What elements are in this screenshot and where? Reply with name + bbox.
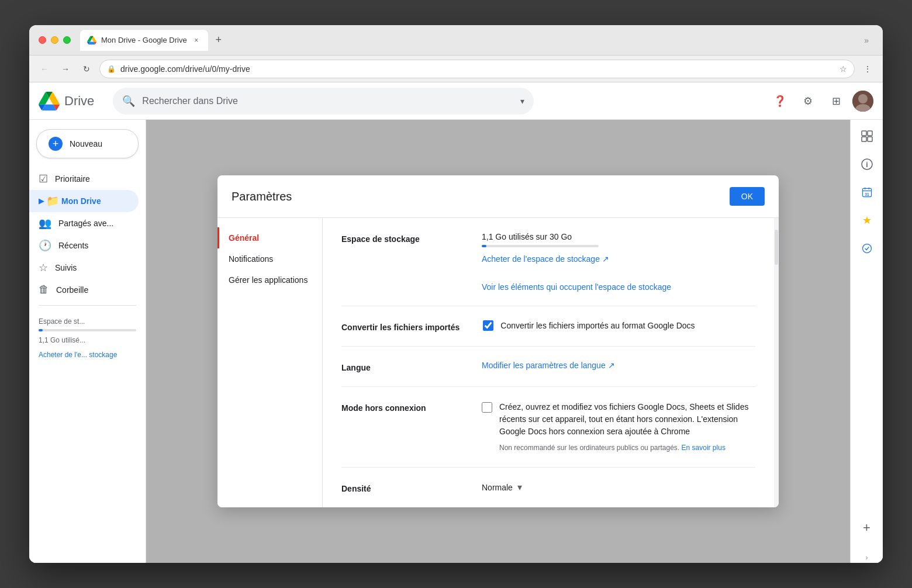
- offline-description: Créez, ouvrez et modifiez vos fichiers G…: [499, 401, 755, 438]
- storage-section: Espace de st... 1,1 Go utilisé... Achete…: [29, 310, 146, 366]
- svg-point-14: [862, 244, 871, 253]
- nav-bar: ← → ↻ 🔒 drive.google.com/drive/u/0/my-dr…: [29, 56, 883, 82]
- suivis-label: Suivis: [55, 263, 77, 272]
- refresh-button[interactable]: ↻: [78, 61, 95, 77]
- right-panel-calendar-icon[interactable]: 31: [855, 181, 879, 204]
- settings-nav-notifications[interactable]: Notifications: [217, 248, 322, 269]
- convert-section-value: Convertir les fichiers importés au forma…: [483, 320, 755, 331]
- mon-drive-icon: 📁: [46, 195, 59, 207]
- dialog-body: Général Notifications Gérer les applicat…: [217, 218, 779, 507]
- partages-label: Partagés ave...: [58, 219, 113, 228]
- sidebar-item-corbeille[interactable]: 🗑 Corbeille: [29, 279, 139, 300]
- recents-icon: 🕐: [39, 239, 51, 252]
- right-panel-star-icon[interactable]: ★: [855, 209, 879, 232]
- view-storage-link[interactable]: Voir les éléments qui occupent l'espace …: [482, 282, 671, 292]
- offline-checkbox-row: Créez, ouvrez et modifiez vos fichiers G…: [482, 401, 755, 453]
- density-section-label: Densité: [341, 482, 458, 493]
- right-panel-grid-icon[interactable]: [855, 124, 879, 148]
- scrollbar-thumb[interactable]: [775, 230, 778, 265]
- svg-rect-5: [862, 137, 866, 141]
- right-panel-info-icon[interactable]: i: [855, 153, 879, 176]
- language-settings-section: Langue Modifier les paramètres de langue…: [341, 347, 755, 387]
- buy-storage-link[interactable]: Acheter de l'espace de stockage ↗: [482, 254, 609, 264]
- storage-used: 1,1 Go utilisé...: [39, 336, 136, 344]
- browser-menu-button[interactable]: ⋮: [859, 61, 876, 77]
- bookmark-icon[interactable]: ☆: [840, 64, 847, 74]
- density-dropdown-icon[interactable]: ▾: [517, 482, 522, 493]
- minimize-button[interactable]: [51, 36, 58, 44]
- offline-note-text: Non recommandé sur les ordinateurs publi…: [499, 444, 679, 452]
- tab-bar: Mon Drive - Google Drive × +: [80, 30, 859, 51]
- forward-button[interactable]: →: [57, 61, 74, 77]
- settings-nav-applications[interactable]: Gérer les applications: [217, 269, 322, 290]
- convert-settings-section: Convertir les fichiers importés Converti…: [341, 306, 755, 347]
- prioritaire-icon: ☑: [39, 172, 48, 185]
- drive-logo-text: Drive: [64, 94, 94, 109]
- sidebar-item-prioritaire[interactable]: ☑ Prioritaire: [29, 168, 139, 190]
- search-bar[interactable]: 🔍 Rechercher dans Drive ▾: [113, 88, 534, 115]
- settings-button[interactable]: ⚙: [796, 89, 820, 113]
- extend-button: »: [864, 36, 869, 45]
- offline-settings-section: Mode hors connexion Créez, ouvrez et mod…: [341, 387, 755, 468]
- prioritaire-label: Prioritaire: [55, 174, 90, 184]
- settings-dialog: Paramètres OK Général Notifications Gére…: [217, 175, 779, 507]
- app-content: Drive 🔍 Rechercher dans Drive ▾ ❓ ⚙ ⊞: [29, 82, 883, 563]
- convert-checkbox[interactable]: [483, 320, 493, 331]
- right-panel: i 31 ★: [850, 120, 883, 563]
- storage-settings-section: Espace de stockage 1,1 Go utilisés sur 3…: [341, 218, 755, 306]
- new-tab-button[interactable]: +: [210, 32, 227, 49]
- address-bar[interactable]: 🔒 drive.google.com/drive/u/0/my-drive ☆: [99, 60, 855, 78]
- apps-button[interactable]: ⊞: [824, 89, 848, 113]
- drive-body: + Nouveau ☑ Prioritaire ▶ 📁 Mon Drive 👥 …: [29, 120, 883, 563]
- right-panel-check-icon[interactable]: [855, 237, 879, 260]
- active-tab[interactable]: Mon Drive - Google Drive ×: [80, 30, 208, 51]
- storage-link[interactable]: Acheter de l'e... stockage: [39, 351, 117, 359]
- maximize-button[interactable]: [63, 36, 71, 44]
- help-button[interactable]: ❓: [768, 89, 792, 113]
- tab-favicon: [87, 36, 96, 45]
- storage-info-text: 1,1 Go utilisés sur 30 Go: [482, 232, 755, 241]
- storage-bar-fill: [39, 329, 43, 331]
- drive-logo-icon: [39, 92, 60, 110]
- offline-learn-more-link[interactable]: En savoir plus: [682, 444, 726, 452]
- storage-section-label: Espace de stockage: [341, 232, 458, 244]
- close-button[interactable]: [39, 36, 46, 44]
- drive-header: Drive 🔍 Rechercher dans Drive ▾ ❓ ⚙ ⊞: [29, 82, 883, 120]
- tab-close-button[interactable]: ×: [192, 36, 201, 45]
- search-dropdown-icon[interactable]: ▾: [520, 96, 524, 106]
- new-button-label: Nouveau: [70, 139, 102, 148]
- offline-section-label: Mode hors connexion: [341, 401, 458, 413]
- storage-bar: [39, 329, 136, 331]
- settings-sidebar: Général Notifications Gérer les applicat…: [217, 218, 323, 507]
- dialog-header: Paramètres OK: [217, 175, 779, 218]
- settings-nav-general[interactable]: Général: [217, 227, 322, 248]
- svg-point-1: [858, 94, 868, 103]
- sidebar-item-mon-drive[interactable]: ▶ 📁 Mon Drive: [29, 190, 139, 212]
- svg-text:31: 31: [865, 192, 869, 196]
- sidebar-item-partages[interactable]: 👥 Partagés ave...: [29, 212, 139, 234]
- back-button[interactable]: ←: [36, 61, 53, 77]
- ok-button[interactable]: OK: [730, 187, 765, 206]
- offline-note: Non recommandé sur les ordinateurs publi…: [499, 442, 755, 453]
- new-button[interactable]: + Nouveau: [36, 129, 139, 158]
- sidebar-item-suivis[interactable]: ☆ Suivis: [29, 257, 139, 279]
- lock-icon: 🔒: [107, 65, 116, 73]
- svg-rect-6: [868, 137, 872, 141]
- sidebar-item-recents[interactable]: 🕐 Récents: [29, 234, 139, 257]
- offline-checkbox[interactable]: [482, 402, 492, 413]
- mon-drive-expand-icon: ▶: [39, 197, 44, 205]
- right-panel-expand-icon[interactable]: ›: [865, 554, 869, 558]
- svg-rect-3: [862, 131, 866, 136]
- convert-section-label: Convertir les fichiers importés: [341, 320, 460, 332]
- svg-rect-4: [868, 131, 872, 136]
- plus-icon: +: [49, 137, 63, 151]
- density-section-value: Normale ▾: [482, 482, 755, 493]
- avatar[interactable]: [852, 91, 873, 112]
- language-link[interactable]: Modifier les paramètres de langue ↗: [482, 361, 755, 370]
- density-select-container: Normale ▾: [482, 482, 755, 493]
- storage-label: Espace de st...: [39, 317, 136, 326]
- corbeille-label: Corbeille: [56, 285, 88, 295]
- right-panel-add-button[interactable]: +: [855, 516, 879, 539]
- modal-overlay: Paramètres OK Général Notifications Gére…: [146, 120, 850, 563]
- svg-text:i: i: [866, 161, 868, 169]
